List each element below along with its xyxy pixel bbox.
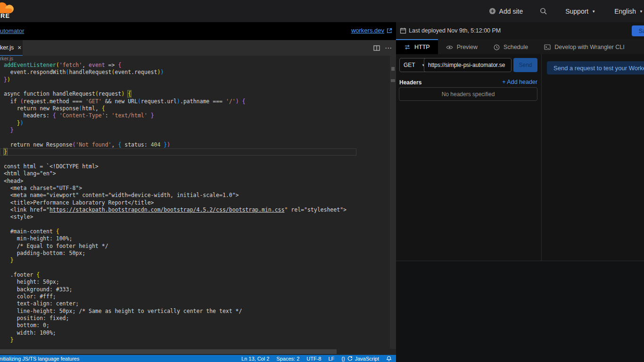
add-header-link[interactable]: + Add header — [502, 79, 537, 85]
editor-header: utomator workers.dev — [0, 22, 396, 40]
status-line-col[interactable]: Ln 13, Col 2 — [241, 356, 269, 362]
chevron-down-icon: ▼ — [639, 9, 643, 14]
headers-label: Headers — [399, 79, 421, 86]
editor-horizontal-scrollbar[interactable] — [0, 349, 337, 354]
last-deployed-text: Last deployed Nov 9th, 5:12:00 PM — [409, 27, 501, 34]
tab-develop-wrangler-cli[interactable]: Develop with Wrangler CLI — [536, 39, 632, 54]
send-button[interactable]: Send — [513, 58, 537, 72]
cloudflare-logo[interactable]: RE — [0, 0, 28, 22]
sync-icon — [347, 356, 353, 361]
pane-divider — [541, 54, 542, 261]
editor-status-bar: Initializing JS/TS language features Ln … — [0, 355, 396, 362]
scrollbar-marker — [391, 67, 395, 71]
status-encoding[interactable]: UTF-8 — [306, 356, 321, 362]
language-menu[interactable]: English ▼ — [614, 8, 644, 15]
deploy-row: Last deployed Nov 9th, 5:12:00 PM Save — [396, 22, 644, 39]
more-actions-icon[interactable]: ⋯ — [385, 44, 392, 52]
calendar-icon — [400, 27, 406, 34]
status-eol[interactable]: LF — [328, 356, 334, 362]
status-message: Initializing JS/TS language features — [0, 356, 79, 362]
split-editor-icon[interactable] — [373, 45, 380, 51]
status-language[interactable]: {} JavaScript — [341, 356, 379, 362]
status-spaces[interactable]: Spaces: 2 — [276, 356, 299, 362]
terminal-icon — [544, 44, 551, 50]
editor-panel: utomator workers.dev ker.js × ⋯ rker.js … — [0, 22, 396, 362]
tab-http[interactable]: HTTP — [396, 39, 438, 54]
plus-circle-icon — [489, 8, 496, 15]
editor-tab-bar: ker.js × ⋯ — [0, 40, 396, 56]
no-headers-box: No headers specified — [399, 87, 537, 101]
request-url-input[interactable] — [424, 58, 512, 72]
search-button[interactable] — [540, 8, 547, 15]
logo-text: RE — [0, 12, 10, 19]
http-arrows-icon — [404, 44, 411, 50]
search-icon — [540, 8, 547, 15]
test-panel: Last deployed Nov 9th, 5:12:00 PM Save H… — [396, 22, 644, 362]
language-label: English — [614, 8, 636, 15]
save-button[interactable]: Save — [632, 25, 644, 36]
tab-label: ker.js — [0, 44, 14, 51]
worker-name-link[interactable]: utomator — [0, 27, 24, 34]
add-site-label: Add site — [499, 8, 523, 15]
braces-icon: {} — [341, 356, 345, 362]
workers-dev-link[interactable]: workers.dev — [351, 27, 392, 34]
tab-schedule[interactable]: Schedule — [486, 39, 536, 54]
response-hint-banner: Send a request to test your Worker's — [547, 61, 644, 74]
bell-icon[interactable] — [386, 356, 392, 362]
add-site-button[interactable]: Add site — [489, 8, 523, 15]
code-editor[interactable]: addEventListener('fetch', event => { eve… — [0, 62, 390, 349]
test-tab-bar: HTTP Preview Schedule Develop with Wrang… — [396, 39, 644, 54]
external-link-icon — [387, 28, 392, 33]
top-bar: RE Add site Support ▼ English ▼ — [0, 0, 644, 22]
support-menu[interactable]: Support ▼ — [565, 8, 595, 15]
scrollbar-marker — [391, 79, 395, 82]
clock-icon — [494, 44, 500, 50]
response-empty-area — [396, 261, 644, 362]
tab-worker-js[interactable]: ker.js × — [0, 40, 23, 56]
chevron-down-icon: ▼ — [592, 9, 595, 14]
editor-vertical-scrollbar[interactable] — [390, 56, 396, 349]
code-lines: addEventListener('fetch', event => { eve… — [0, 62, 390, 344]
eye-icon — [446, 45, 453, 50]
breadcrumb[interactable]: rker.js — [0, 56, 396, 62]
support-label: Support — [565, 8, 588, 15]
close-icon[interactable]: × — [17, 44, 21, 51]
tab-preview[interactable]: Preview — [438, 39, 486, 54]
